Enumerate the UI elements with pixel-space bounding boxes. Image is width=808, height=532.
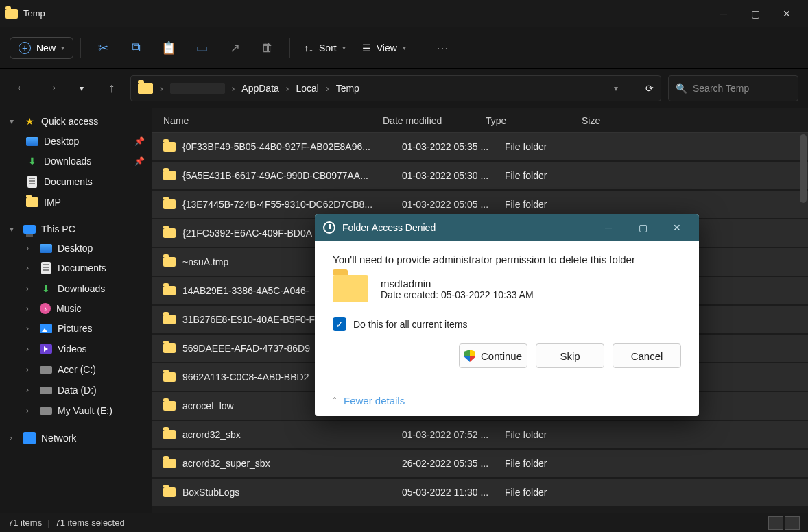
file-name: acrord32_sbx xyxy=(182,429,402,440)
sidebar-label: Quick access xyxy=(41,116,98,127)
continue-button[interactable]: Continue xyxy=(459,343,527,368)
chevron-right-icon: › xyxy=(160,83,163,94)
dialog-maximize-button[interactable]: ▢ xyxy=(629,217,656,239)
sidebar-item[interactable]: › Videos xyxy=(0,339,152,359)
nav-row: ← → ▾ ↑ › › AppData › Local › Temp ▾ ⟳ 🔍… xyxy=(0,69,808,108)
col-type[interactable]: Type xyxy=(486,115,582,126)
chevron-right-icon: › xyxy=(26,243,34,253)
breadcrumb-item[interactable]: Temp xyxy=(336,83,359,94)
window-folder-icon xyxy=(5,9,18,19)
copy-button[interactable]: ⧉ xyxy=(121,34,151,62)
sidebar-item[interactable]: ⬇ Downloads 📌 xyxy=(0,151,152,171)
sidebar-item[interactable]: › ♪ Music xyxy=(0,299,152,318)
delete-button[interactable]: 🗑 xyxy=(252,34,283,62)
folder-icon xyxy=(163,171,176,180)
more-button[interactable]: ⋯ xyxy=(427,34,458,62)
paste-button[interactable]: 📋 xyxy=(154,34,184,62)
file-date: 26-02-2022 05:35 ... xyxy=(402,458,505,469)
music-icon: ♪ xyxy=(40,303,51,314)
folder-icon xyxy=(163,257,176,267)
sidebar-item-label: Documents xyxy=(44,176,93,187)
cut-button[interactable]: ✂ xyxy=(88,34,118,62)
view-button[interactable]: ☰ View ▾ xyxy=(355,43,413,53)
details-view-button[interactable] xyxy=(768,516,783,530)
titlebar: Temp ─ ▢ ✕ xyxy=(0,0,808,27)
sidebar-label: Network xyxy=(41,433,76,444)
sidebar-item[interactable]: › ⬇ Downloads xyxy=(0,278,152,299)
scrollbar[interactable] xyxy=(800,134,807,203)
search-placeholder: Search Temp xyxy=(693,83,749,94)
folder-icon xyxy=(138,83,153,94)
cancel-button[interactable]: Cancel xyxy=(613,343,681,368)
file-row[interactable]: acrord32_super_sbx 26-02-2022 05:35 ... … xyxy=(152,450,808,477)
chevron-right-icon: › xyxy=(286,83,289,94)
file-row[interactable]: {0F33BF49-5B05-44B0-927F-AB02E8A96... 01… xyxy=(152,133,808,160)
sidebar: ▾ ★ Quick access Desktop 📌 ⬇ Downloads 📌… xyxy=(0,108,152,513)
fewer-details-button[interactable]: ˄ Fewer details xyxy=(315,385,699,416)
sidebar-item[interactable]: › My Vault (E:) xyxy=(0,400,152,421)
network-icon xyxy=(23,432,36,444)
share-icon: ↗ xyxy=(230,40,240,56)
pin-icon: 📌 xyxy=(134,136,145,146)
share-button[interactable]: ↗ xyxy=(219,34,250,62)
file-type: File folder xyxy=(505,458,601,469)
chevron-up-icon: ˄ xyxy=(333,396,337,406)
window-title: Temp xyxy=(23,8,45,19)
dialog-message: You'll need to provide administrator per… xyxy=(333,254,681,265)
star-icon: ★ xyxy=(23,115,36,128)
search-input[interactable]: 🔍 Search Temp xyxy=(668,75,798,101)
file-row[interactable]: BoxStubLogs 05-03-2022 11:30 ... File fo… xyxy=(152,479,808,506)
forward-button[interactable]: → xyxy=(40,77,63,100)
sidebar-item[interactable]: › Acer (C:) xyxy=(0,359,152,380)
file-date: 05-03-2022 11:30 ... xyxy=(402,487,505,498)
close-button[interactable]: ✕ xyxy=(771,3,803,25)
rename-button[interactable]: ▭ xyxy=(187,34,217,62)
sidebar-item-label: Videos xyxy=(58,343,87,354)
arrow-up-icon: ↑ xyxy=(109,81,115,95)
file-name: acrord32_super_sbx xyxy=(182,458,402,469)
back-button[interactable]: ← xyxy=(10,77,33,100)
breadcrumb[interactable]: › › AppData › Local › Temp ▾ ⟳ xyxy=(130,75,661,101)
sidebar-item[interactable]: › Pictures xyxy=(0,318,152,339)
file-row[interactable]: {5A5E431B-6617-49AC-990D-CB0977AA... 01-… xyxy=(152,162,808,189)
ellipsis-icon: ⋯ xyxy=(436,40,449,56)
up-button[interactable]: ↑ xyxy=(100,77,123,100)
sort-button[interactable]: ↑↓ Sort ▾ xyxy=(297,43,353,53)
minimize-button[interactable]: ─ xyxy=(708,3,739,25)
arrow-right-icon: → xyxy=(45,81,58,95)
recent-button[interactable]: ▾ xyxy=(70,77,93,100)
sidebar-this-pc[interactable]: ▾ This PC xyxy=(0,219,152,239)
sidebar-item[interactable]: Documents xyxy=(0,171,152,192)
sidebar-item[interactable]: › Data (D:) xyxy=(0,380,152,400)
file-row[interactable]: acrord32_sbx 01-03-2022 07:52 ... File f… xyxy=(152,421,808,448)
col-date[interactable]: Date modified xyxy=(383,115,486,126)
sidebar-network[interactable]: › Network xyxy=(0,428,152,448)
icons-view-button[interactable] xyxy=(785,516,800,530)
refresh-button[interactable]: ⟳ xyxy=(645,83,654,94)
dialog-minimize-button[interactable]: ─ xyxy=(595,217,622,239)
chevron-down-icon: ▾ xyxy=(403,44,406,51)
sidebar-item[interactable]: IMP xyxy=(0,192,152,213)
sidebar-item-label: Acer (C:) xyxy=(58,364,96,375)
sidebar-item[interactable]: › Documents xyxy=(0,258,152,278)
sidebar-item-label: My Vault (E:) xyxy=(58,405,112,416)
col-name[interactable]: Name xyxy=(163,115,383,126)
sidebar-quick-access[interactable]: ▾ ★ Quick access xyxy=(0,111,152,132)
pictures-icon xyxy=(40,324,52,333)
file-type: File folder xyxy=(505,141,601,152)
do-for-all-checkbox[interactable]: ✓ xyxy=(333,317,346,331)
breadcrumb-item[interactable]: AppData xyxy=(241,83,278,94)
breadcrumb-item[interactable]: Local xyxy=(296,83,319,94)
skip-button[interactable]: Skip xyxy=(536,343,604,368)
sidebar-item[interactable]: Desktop 📌 xyxy=(0,132,152,151)
column-headers[interactable]: Name Date modified Type Size xyxy=(152,108,808,133)
col-size[interactable]: Size xyxy=(582,115,650,126)
dialog-close-button[interactable]: ✕ xyxy=(663,217,691,239)
dialog-folder-date: Date created: 05-03-2022 10:33 AM xyxy=(381,289,534,300)
chevron-down-icon[interactable]: ▾ xyxy=(614,84,618,93)
folder-icon xyxy=(163,286,176,295)
sidebar-item[interactable]: › Desktop xyxy=(0,239,152,258)
folder-icon xyxy=(163,142,176,152)
new-button[interactable]: + New ▾ xyxy=(10,37,73,59)
maximize-button[interactable]: ▢ xyxy=(739,3,771,25)
